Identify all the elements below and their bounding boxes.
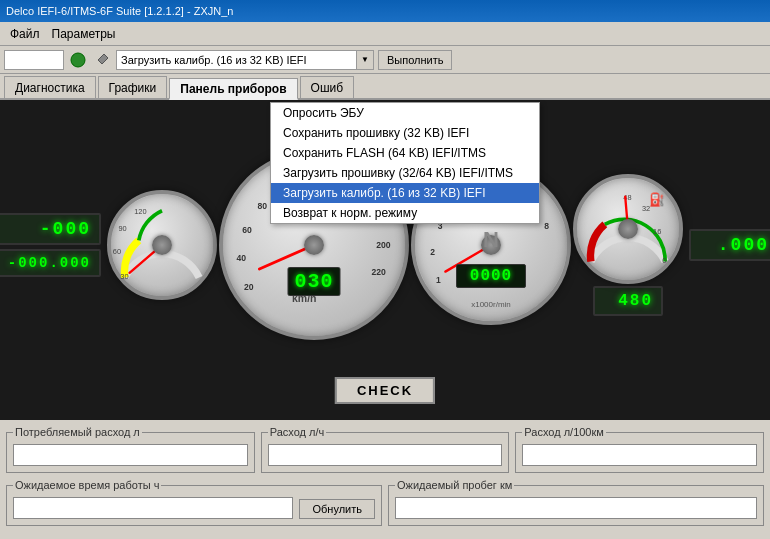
menu-bar: Файл Параметры	[0, 22, 770, 46]
fuel-gauge-hub	[618, 219, 638, 239]
svg-text:220: 220	[371, 267, 386, 277]
svg-text:120: 120	[134, 207, 146, 216]
dropdown-item-3[interactable]: Загрузить прошивку (32/64 KB) IEFI/ITMS	[271, 163, 539, 183]
consumption-label: Потребляемый расход л	[13, 426, 142, 438]
svg-text:60: 60	[242, 225, 252, 235]
menu-file[interactable]: Файл	[4, 25, 46, 43]
dropdown-menu: Опросить ЭБУСохранить прошивку (32 KB) I…	[270, 102, 540, 224]
svg-text:8: 8	[544, 221, 549, 231]
execute-button[interactable]: Выполнить	[378, 50, 452, 70]
svg-text:0: 0	[662, 256, 666, 265]
right-digital: .000	[689, 229, 770, 261]
svg-text:80: 80	[257, 201, 267, 211]
rpm-digital: 0000	[456, 264, 526, 288]
window-title: Delco IEFI-6/ITMS-6F Suite [1.2.1.2] - Z…	[6, 5, 233, 17]
rpm-unit: x1000r/min	[471, 300, 511, 309]
tab-dashboard[interactable]: Панель приборов	[169, 78, 297, 100]
wrench-icon[interactable]	[92, 50, 112, 70]
fuel-gauge-wrap: 0 16 32 48 ⛽ 480	[573, 174, 683, 316]
title-bar: Delco IEFI-6/ITMS-6F Suite [1.2.1.2] - Z…	[0, 0, 770, 22]
expected-mileage-label: Ожидаемый пробег км	[395, 479, 514, 491]
expected-mileage-panel: Ожидаемый пробег км	[388, 479, 764, 526]
svg-text:20: 20	[244, 282, 254, 292]
menu-params[interactable]: Параметры	[46, 25, 122, 43]
expected-time-label: Ожидаемое время работы ч	[13, 479, 161, 491]
bottom-panels: Потребляемый расход л Расход л/ч Расход …	[0, 420, 770, 538]
reset-button[interactable]: Обнулить	[299, 499, 375, 519]
temp-gauge-hub	[152, 235, 172, 255]
tab-errors[interactable]: Ошиб	[300, 76, 355, 98]
consumption-panel: Потребляемый расход л	[6, 426, 255, 473]
fuel-gauge: 0 16 32 48 ⛽	[573, 174, 683, 284]
toolbar-input[interactable]	[4, 50, 64, 70]
dropdown-item-5[interactable]: Возврат к норм. режиму	[271, 203, 539, 223]
dropdown-item-1[interactable]: Сохранить прошивку (32 KB) IEFI	[271, 123, 539, 143]
expected-mileage-input[interactable]	[395, 497, 757, 519]
temp-gauge: 30 60 90 120	[107, 190, 217, 300]
expected-time-panel: Ожидаемое время работы ч Обнулить	[6, 479, 382, 526]
flow-panel: Расход л/ч	[261, 426, 510, 473]
svg-text:60: 60	[113, 247, 121, 256]
fuel-digital: 480	[593, 286, 663, 316]
temp-gauge-wrap: 30 60 90 120	[107, 190, 217, 300]
gear-display: N	[483, 227, 499, 253]
temp-display-2: -000.000	[0, 249, 101, 277]
flow100-panel: Расход л/100км	[515, 426, 764, 473]
combo-value[interactable]: Загрузить калибр. (16 из 32 KB) IEFI	[116, 50, 356, 70]
tab-graphics[interactable]: Графики	[98, 76, 168, 98]
panel-row-1: Потребляемый расход л Расход л/ч Расход …	[6, 426, 764, 473]
flow-input[interactable]	[268, 444, 503, 466]
dropdown-item-4[interactable]: Загрузить калибр. (16 из 32 KB) IEFI	[271, 183, 539, 203]
svg-text:16: 16	[653, 227, 661, 236]
svg-text:1: 1	[436, 275, 441, 285]
check-button[interactable]: CHECK	[335, 377, 435, 404]
tab-diagnostics[interactable]: Диагностика	[4, 76, 96, 98]
expected-time-input[interactable]	[13, 497, 293, 519]
tabs-bar: Диагностика Графики Панель приборов Ошиб	[0, 74, 770, 100]
circle-icon[interactable]	[68, 50, 88, 70]
svg-text:30: 30	[120, 272, 128, 281]
svg-text:⛽: ⛽	[649, 191, 666, 208]
speed-digital: 030	[287, 267, 340, 296]
flow100-input[interactable]	[522, 444, 757, 466]
dropdown-item-0[interactable]: Опросить ЭБУ	[271, 103, 539, 123]
consumption-input[interactable]	[13, 444, 248, 466]
svg-text:200: 200	[376, 240, 391, 250]
panel-row-2: Ожидаемое время работы ч Обнулить Ожидае…	[6, 479, 764, 526]
svg-point-0	[71, 53, 85, 67]
svg-text:90: 90	[118, 224, 126, 233]
left-displays: -000 -000.000	[0, 213, 101, 277]
dropdown-item-2[interactable]: Сохранить FLASH (64 KB) IEFI/ITMS	[271, 143, 539, 163]
temp-display-1: -000	[0, 213, 101, 245]
combo-arrow[interactable]: ▼	[356, 50, 374, 70]
right-display: .000	[689, 229, 770, 261]
svg-text:2: 2	[430, 247, 435, 257]
flow-label: Расход л/ч	[268, 426, 327, 438]
flow100-label: Расход л/100км	[522, 426, 606, 438]
speed-gauge-hub	[304, 235, 324, 255]
command-combo[interactable]: Загрузить калибр. (16 из 32 KB) IEFI ▼	[116, 50, 374, 70]
toolbar: Загрузить калибр. (16 из 32 KB) IEFI ▼ В…	[0, 46, 770, 74]
svg-text:40: 40	[236, 253, 246, 263]
